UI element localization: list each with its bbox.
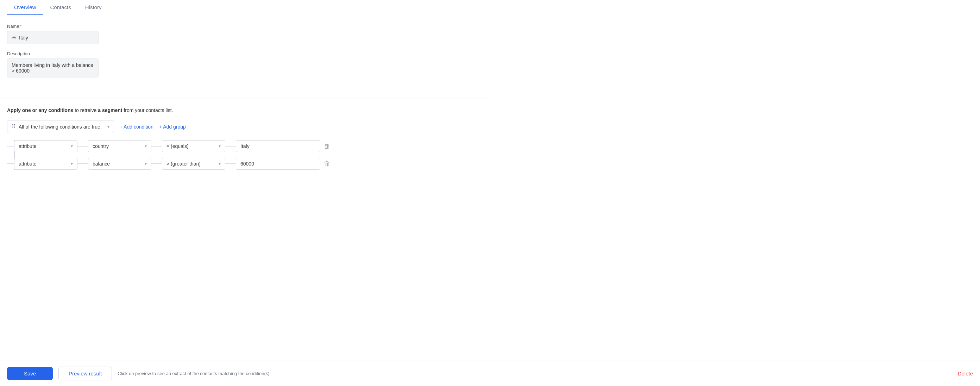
delete-condition-button-2[interactable]: 🗑 — [324, 160, 330, 167]
connector-line — [225, 146, 236, 147]
add-condition-button[interactable]: + Add condition — [120, 124, 153, 129]
dots-icon: ⠿ — [12, 123, 16, 130]
trash-icon: 🗑 — [324, 143, 330, 150]
condition-value-input-2[interactable]: 60000 — [236, 158, 320, 170]
condition-intro: Apply one or any conditions to retreive … — [7, 107, 483, 113]
intro-text3: a segment — [98, 107, 122, 113]
condition-operator-value-1: = (equals) — [167, 144, 189, 149]
chevron-down-icon: ▾ — [71, 161, 73, 166]
description-field-group: Description Members living in Italy with… — [7, 51, 483, 78]
description-label: Description — [7, 51, 483, 56]
condition-type-value-2: attribute — [19, 161, 37, 167]
section-divider — [0, 99, 490, 99]
all-conditions-label: All of the following conditions are true… — [19, 124, 102, 129]
chevron-down-icon: ▾ — [219, 144, 221, 148]
name-label: Name* — [7, 24, 483, 29]
condition-type-select-1[interactable]: attribute ▾ — [14, 140, 78, 152]
add-group-button[interactable]: + Add group — [159, 124, 186, 129]
condition-field-select-2[interactable]: balance ▾ — [88, 158, 151, 170]
chevron-down-icon: ▾ — [145, 161, 147, 166]
condition-section: Apply one or any conditions to retreive … — [0, 107, 490, 170]
condition-row: attribute ▾ country ▾ = (equals) ▾ Italy… — [14, 140, 483, 152]
intro-text1: Apply one or any conditions — [7, 107, 73, 113]
conditions-type-select[interactable]: ⠿ All of the following conditions are tr… — [7, 120, 114, 133]
condition-field-select-1[interactable]: country ▾ — [88, 140, 151, 152]
required-star: * — [20, 24, 22, 29]
tab-overview[interactable]: Overview — [7, 0, 43, 15]
description-input[interactable]: Members living in Italy with a balance >… — [7, 59, 99, 78]
condition-operator-select-2[interactable]: > (greater than) ▾ — [162, 158, 225, 170]
delete-condition-button-1[interactable]: 🗑 — [324, 143, 330, 150]
condition-value-input-1[interactable]: Italy — [236, 140, 320, 152]
trash-icon: 🗑 — [324, 160, 330, 167]
conditions-list: attribute ▾ country ▾ = (equals) ▾ Italy… — [14, 140, 483, 170]
condition-value-text-2: 60000 — [240, 161, 254, 167]
condition-field-value-2: balance — [92, 161, 110, 167]
connector-line — [151, 146, 162, 147]
condition-operator-select-1[interactable]: = (equals) ▾ — [162, 140, 225, 152]
condition-field-value-1: country — [92, 144, 109, 149]
connector-line — [78, 163, 88, 164]
name-input[interactable]: ✳ Italy — [7, 31, 99, 44]
connector-line — [225, 163, 236, 164]
name-icon: ✳ — [12, 34, 16, 41]
tab-contacts[interactable]: Contacts — [43, 0, 78, 15]
condition-row: attribute ▾ balance ▾ > (greater than) ▾… — [14, 158, 483, 170]
connector-line — [78, 146, 88, 147]
chevron-down-icon: ▾ — [219, 161, 221, 166]
chevron-down-icon: ▾ — [71, 144, 73, 148]
intro-text2: to retreive — [75, 107, 98, 113]
condition-type-value-1: attribute — [19, 144, 37, 149]
condition-operator-value-2: > (greater than) — [167, 161, 200, 167]
chevron-down-icon: ▾ — [107, 124, 110, 129]
condition-value-text-1: Italy — [240, 144, 250, 149]
name-value: Italy — [19, 35, 28, 40]
condition-controls: ⠿ All of the following conditions are tr… — [7, 120, 483, 133]
condition-type-select-2[interactable]: attribute ▾ — [14, 158, 78, 170]
tab-history[interactable]: History — [78, 0, 109, 15]
intro-text4: from your contacts list. — [124, 107, 173, 113]
main-content: Name* ✳ Italy Description Members living… — [0, 15, 490, 93]
chevron-down-icon: ▾ — [145, 144, 147, 148]
name-field-group: Name* ✳ Italy — [7, 24, 483, 44]
tab-bar: Overview Contacts History — [0, 0, 490, 15]
connector-line — [151, 163, 162, 164]
